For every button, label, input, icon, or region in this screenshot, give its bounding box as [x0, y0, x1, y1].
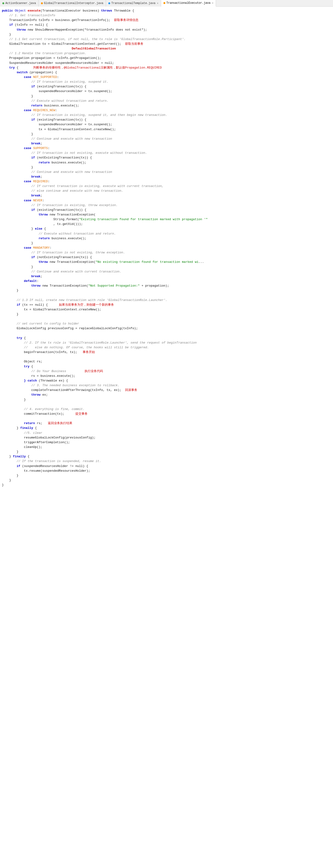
code-line-5: throw new ShouldNeverHappenException("tr… [2, 28, 333, 32]
code-line-41: case NEVER: [2, 198, 333, 203]
tab-transactional-template[interactable]: TransactionalTemplate.java ✕ [106, 0, 161, 7]
code-line-23: // If transaction is existing, suspend i… [2, 113, 333, 118]
code-line-22: case REQUIRES_NEW: [2, 108, 333, 113]
code-line-77: completeTransactionAfterThrowing(txInfo,… [2, 388, 333, 393]
tab-global-transactional[interactable]: GlobalTransactionalInterceptor.java [39, 0, 106, 7]
code-line-30: case SUPPORTS: [2, 146, 333, 151]
code-line-20: // Execute without transaction and retur… [2, 99, 333, 103]
tab-label-3: TransactionalTemplate.java [111, 2, 155, 5]
code-line-54: throw new TransactionException("No exist… [2, 260, 333, 265]
code-line-51: case MANDATORY: [2, 246, 333, 250]
code-line-34: } [2, 165, 333, 170]
code-line-89: } finally { [2, 454, 333, 459]
code-line-58: default: [2, 279, 333, 283]
close-icon-3[interactable]: ✕ [157, 2, 158, 5]
code-line-47: } else { [2, 226, 333, 231]
code-line-38: // If current transaction is existing, e… [2, 184, 333, 189]
code-line-74: rs = business.execute(); [2, 374, 333, 378]
code-line-94: } [2, 478, 333, 483]
code-line-78: throw ex; [2, 393, 333, 397]
code-line-12: SuspendedResourcesHolder suspendedResour… [2, 61, 333, 65]
code-line-16: // If transaction is existing, suspend i… [2, 80, 333, 84]
code-line-bl3 [2, 331, 333, 336]
code-line-73: // Do Your Business 执行业务代码 [2, 369, 333, 374]
code-line-95: } [2, 483, 333, 488]
tab-bar: ActionScanner.java GlobalTransactionalIn… [0, 0, 333, 7]
code-line-33: return business.execute(); [2, 160, 333, 165]
code-line-50: } [2, 241, 333, 246]
close-icon-4[interactable]: ✕ [212, 1, 214, 4]
code-line-62: if (tx == null) { 如果当前事务为空，则创建一个新的事务 [2, 303, 333, 307]
code-line-81: commitTransaction(tx); 提交事务 [2, 412, 333, 416]
code-line-57: break; [2, 274, 333, 279]
code-line-85: resumeGlobalLockConfig(previousConfig); [2, 435, 333, 440]
code-line-44: throw new TransactionException( [2, 212, 333, 217]
code-line-86: triggerAfterCompletion(); [2, 440, 333, 445]
code-line-32: if (notExistingTransaction(tx)) { [2, 155, 333, 160]
code-line-10: // 1.2 Handle the transaction propagatio… [2, 51, 333, 56]
code-line-bl2 [2, 317, 333, 321]
code-line-92: tx.resume(suspendedResourcesHolder); [2, 469, 333, 473]
code-line-49: return business.execute(); [2, 236, 333, 241]
code-line-45: String.format("Existing transaction foun… [2, 217, 333, 222]
code-line-bl6 [2, 416, 333, 421]
code-line-13: try { 判断事务的传播特性，@GlobalTransactional注解属性… [2, 65, 333, 70]
code-line-53: if (notExistingTransaction(tx)) { [2, 255, 333, 260]
tab-label-2: GlobalTransactionalInterceptor.java [44, 2, 103, 5]
code-line-25: suspendedResourcesHolder = tx.suspend(); [2, 122, 333, 127]
tab-transactional-executor[interactable]: TransactionalExecutor.java ✕ [161, 0, 216, 7]
code-line-59: throw new TransactionException("Not Supp… [2, 283, 333, 288]
code-line-37: case REQUIRED: [2, 179, 333, 184]
code-line-4: if (txInfo == null) { [2, 23, 333, 27]
code-line-55: } [2, 265, 333, 269]
code-line-35: // Continue and execute with new transac… [2, 170, 333, 175]
code-line-82: return rs; 返回业务执行结果 [2, 421, 333, 426]
code-line-52: // If transaction is not existing, throw… [2, 250, 333, 255]
tab-dot-2 [41, 2, 43, 4]
code-line-17: if (existingTransaction(tx)) { [2, 84, 333, 89]
code-line-7: // 1.1 Get current transaction, if not n… [2, 37, 333, 42]
code-line-11: Propagation propagation = txInfo.getProp… [2, 56, 333, 61]
code-line-67: try { [2, 336, 333, 341]
code-line-14: switch (propagation) { [2, 70, 333, 75]
code-line-26: tx = GlobalTransactionContext.createNew(… [2, 127, 333, 132]
code-line-68: // 2. If the tx role is 'GlobalTransacti… [2, 341, 333, 345]
code-line-27: } [2, 132, 333, 136]
tab-label-1: ActionScanner.java [5, 2, 36, 5]
code-line-88: } [2, 450, 333, 454]
code-line-1: public Object execute(TransactionalExecu… [2, 8, 333, 13]
code-line-64: } [2, 312, 333, 317]
code-line-21: return business.execute(); [2, 103, 333, 108]
code-line-66: GlobalLockConfig previousConfig = replac… [2, 326, 333, 331]
code-line-24: if (existingTransaction(tx)) { [2, 118, 333, 122]
code-line-80: // 4. everything is fine, commit. [2, 407, 333, 412]
code-line-39: // else continue and execute with new tr… [2, 189, 333, 193]
code-line-90: // If the transaction is suspended, resu… [2, 459, 333, 464]
code-line-3: TransactionInfo txInfo = business.getTra… [2, 18, 333, 23]
code-line-bl4 [2, 354, 333, 359]
code-line-9: DefaultGlobalTransaction [2, 46, 333, 51]
code-line-42: // If transaction is existing, throw exc… [2, 203, 333, 208]
tab-dot-4 [163, 2, 165, 4]
code-line-bl5 [2, 402, 333, 407]
code-line-83: } finally { [2, 426, 333, 431]
code-line-31: // If transaction is not existing, execu… [2, 151, 333, 155]
tab-dot-1 [2, 2, 4, 4]
code-line-75: } catch (Throwable ex) { [2, 378, 333, 383]
code-line-84: //5. clear [2, 431, 333, 435]
code-line-6: } [2, 32, 333, 37]
code-line-91: if (suspendedResourcesHolder != null) { [2, 464, 333, 469]
code-line-56: // Continue and execute with current tra… [2, 269, 333, 274]
code-line-18: suspendedResourcesHolder = tx.suspend(); [2, 89, 333, 94]
code-line-43: if (existingTransaction(tx)) { [2, 208, 333, 212]
code-line-70: beginTransaction(txInfo, tx); 事务开始 [2, 350, 333, 354]
code-line-93: } [2, 473, 333, 478]
code-line-76: // 3. The needed business exception to r… [2, 383, 333, 388]
tab-dot-3 [108, 2, 110, 4]
code-line-65: // set current tx config to holder [2, 321, 333, 326]
tab-action-scanner[interactable]: ActionScanner.java [0, 0, 39, 7]
code-line-71: Object rs; [2, 359, 333, 364]
code-line-46: , tx.getXid())); [2, 222, 333, 226]
code-line-48: // Execute without transaction and retur… [2, 231, 333, 236]
code-line-8: GlobalTransaction tx = GlobalTransaction… [2, 42, 333, 46]
